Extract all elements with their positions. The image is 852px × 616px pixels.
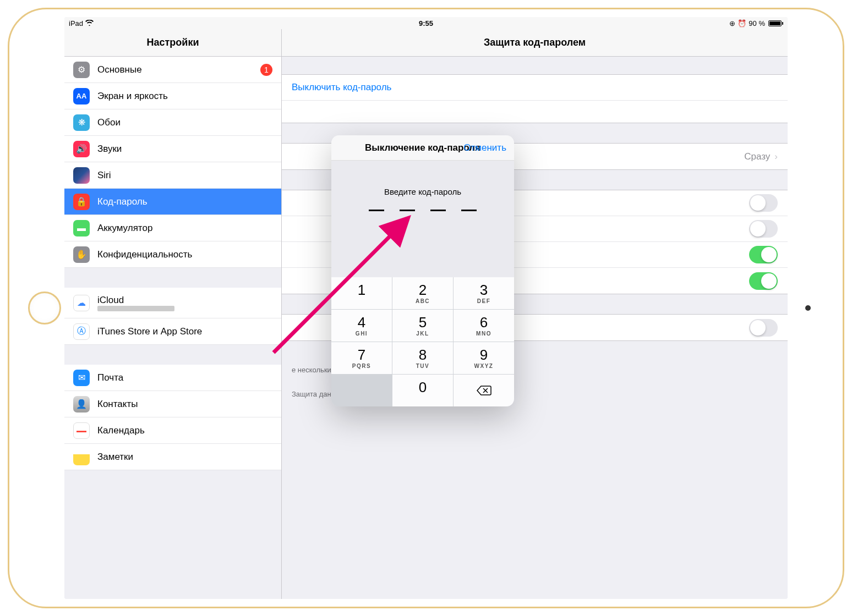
sidebar-item-wallpaper[interactable]: ❋Обои [64, 109, 281, 136]
disable-passcode-link[interactable]: Выключить код-пароль [282, 75, 788, 101]
battery-percent: 90 % [749, 19, 765, 28]
passcode-dash [369, 210, 384, 211]
sidebar-item-label: Аккумулятор [97, 223, 152, 234]
toggle-switch[interactable] [749, 319, 778, 337]
detail-title: Защита код-паролем [282, 29, 788, 57]
calendar-icon: ▬▬ [73, 422, 90, 439]
sidebar-item-label: Звуки [97, 144, 122, 155]
sidebar-item-siri[interactable]: Siri [64, 162, 281, 189]
modal-header: Выключение код-пароля Отменить [331, 135, 514, 161]
sidebar-item-calendar[interactable]: ▬▬Календарь [64, 417, 281, 444]
modal-prompt: Введите код-пароль [331, 161, 514, 210]
toggle-switch[interactable] [749, 246, 778, 263]
keypad-key-1[interactable]: 1 [331, 277, 392, 309]
home-button[interactable] [28, 292, 61, 324]
gear-icon: ⚙ [73, 62, 90, 78]
siri-icon [73, 167, 90, 184]
sidebar-item-label: Конфиденциальность [97, 249, 192, 260]
alarm-icon: ⏰ [738, 19, 746, 28]
sidebar-item-battery[interactable]: ▬Аккумулятор [64, 215, 281, 241]
sidebar-item-label: Почта [97, 372, 123, 383]
sidebar-title: Настройки [64, 29, 281, 57]
numeric-keypad: 1 2ABC3DEF4GHI5JKL6MNO7PQRS8TUV9WXYZ0 [331, 277, 514, 406]
keypad-key-5[interactable]: 5JKL [392, 310, 453, 342]
sidebar-item-label: Календарь [97, 425, 145, 436]
battery-icon [767, 20, 783, 26]
screen: iPad 9:55 ⊕ ⏰ 90 % Настройки ⚙Основные1 … [64, 17, 788, 599]
sidebar-item-privacy[interactable]: ✋Конфиденциальность [64, 241, 281, 268]
passcode-modal: Выключение код-пароля Отменить Введите к… [331, 135, 514, 406]
camera-dot [805, 305, 811, 311]
toggle-switch[interactable] [749, 220, 778, 238]
sidebar-item-label: Код-пароль [97, 196, 148, 207]
sidebar-item-contacts[interactable]: 👤Контакты [64, 391, 281, 417]
sidebar-item-sounds[interactable]: 🔊Звуки [64, 136, 281, 162]
chevron-right-icon: › [774, 151, 778, 162]
sidebar-item-notes[interactable]: Заметки [64, 444, 281, 470]
icloud-account [97, 306, 174, 311]
status-bar: iPad 9:55 ⊕ ⏰ 90 % [64, 17, 788, 29]
device-label: iPad [69, 19, 83, 28]
sidebar-item-general[interactable]: ⚙Основные1 [64, 57, 281, 83]
sidebar-item-label: Контакты [97, 399, 138, 410]
keypad-spacer [331, 375, 392, 406]
wifi-icon [85, 19, 94, 28]
keypad-delete[interactable] [454, 375, 514, 406]
sidebar-item-appstore[interactable]: ⒶiTunes Store и App Store [64, 318, 281, 345]
sidebar-item-label: Siri [97, 170, 111, 181]
sidebar-item-label: Основные [97, 64, 142, 75]
wallpaper-icon: ❋ [73, 114, 90, 131]
contacts-icon: 👤 [73, 396, 90, 413]
sidebar-item-label: Заметки [97, 452, 133, 463]
lock-icon: 🔒 [73, 194, 90, 210]
brightness-icon: AA [73, 88, 90, 105]
sidebar-item-label: Обои [97, 117, 121, 128]
hand-icon: ✋ [73, 246, 90, 263]
notes-icon [73, 449, 90, 465]
keypad-key-8[interactable]: 8TUV [392, 342, 453, 374]
keypad-key-0[interactable]: 0 [392, 375, 453, 406]
keypad-key-9[interactable]: 9WXYZ [454, 342, 514, 374]
sidebar-item-label: iTunes Store и App Store [97, 326, 202, 337]
sidebar-item-label: Экран и яркость [97, 91, 168, 102]
sidebar-item-display[interactable]: AAЭкран и яркость [64, 83, 281, 109]
keypad-key-4[interactable]: 4GHI [331, 310, 392, 342]
orientation-lock-icon: ⊕ [729, 19, 735, 28]
passcode-dash [461, 210, 477, 211]
sidebar-item-passcode[interactable]: 🔒Код-пароль [64, 189, 281, 215]
settings-sidebar: Настройки ⚙Основные1 AAЭкран и яркость ❋… [64, 29, 282, 599]
sidebar-item-label: iCloud [97, 295, 174, 306]
toggle-switch[interactable] [749, 194, 778, 212]
battery-settings-icon: ▬ [73, 220, 90, 237]
sidebar-item-mail[interactable]: ✉Почта [64, 365, 281, 391]
keypad-key-6[interactable]: 6MNO [454, 310, 514, 342]
passcode-field [331, 210, 514, 277]
keypad-key-2[interactable]: 2ABC [392, 277, 453, 309]
keypad-key-3[interactable]: 3DEF [454, 277, 514, 309]
keypad-key-7[interactable]: 7PQRS [331, 342, 392, 374]
cloud-icon: ☁ [73, 295, 90, 311]
status-time: 9:55 [419, 19, 433, 28]
require-value: Сразу [744, 151, 770, 162]
notification-badge: 1 [260, 64, 272, 76]
speaker-icon: 🔊 [73, 141, 90, 157]
passcode-dash [400, 210, 415, 211]
mail-icon: ✉ [73, 370, 90, 386]
passcode-dash [430, 210, 446, 211]
appstore-icon: Ⓐ [73, 323, 90, 340]
ipad-frame: iPad 9:55 ⊕ ⏰ 90 % Настройки ⚙Основные1 … [8, 8, 844, 608]
sidebar-item-icloud[interactable]: ☁iCloud [64, 288, 281, 318]
cancel-button[interactable]: Отменить [463, 142, 506, 153]
toggle-switch[interactable] [749, 272, 778, 290]
